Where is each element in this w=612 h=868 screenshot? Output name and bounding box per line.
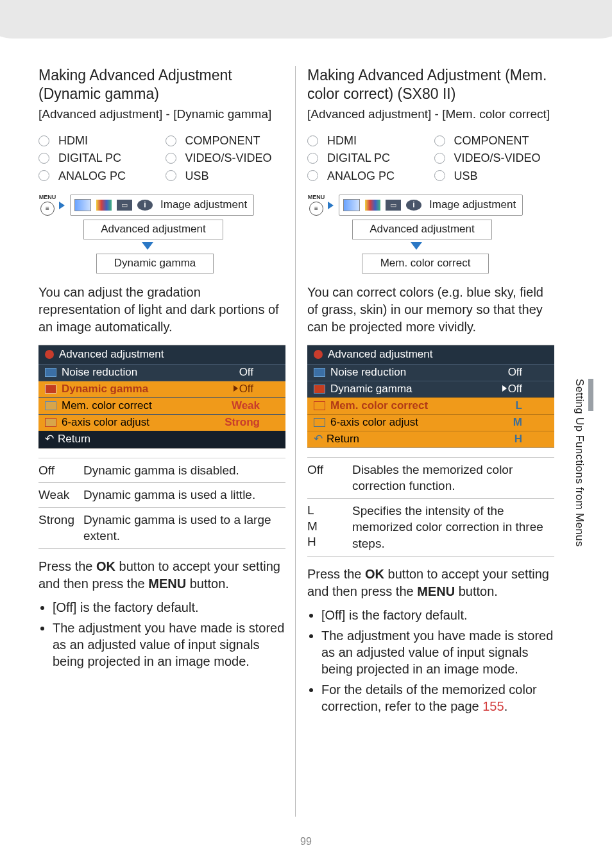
menu-item-label: 6-axis color adjust [330, 415, 418, 430]
def-val: Dynamic gamma is used to a large extent. [83, 512, 285, 544]
menu-item-icon [314, 368, 325, 377]
input-label: COMPONENT [185, 133, 260, 148]
def-key: Off [307, 462, 352, 494]
left-column: Making Advanced Adjustment (Dynamic gamm… [38, 66, 285, 817]
menu-item-icon [314, 401, 325, 410]
radio-icon [307, 170, 318, 181]
note-item: For the details of the memorized color c… [321, 681, 554, 715]
input-label: ANALOG PC [58, 168, 126, 184]
right-path: [Advanced adjustment] - [Mem. color corr… [307, 106, 554, 123]
def-val: Specifies the intensity of the memorized… [352, 503, 554, 552]
input-label: DIGITAL PC [327, 150, 390, 166]
chevron-right-icon [59, 202, 65, 209]
tab-icon: ▭ [117, 200, 132, 211]
tab-icon [74, 199, 91, 211]
menu-item-label: Dynamic gamma [62, 382, 148, 397]
menu-item-value: M [513, 415, 548, 430]
input-label: HDMI [327, 133, 357, 148]
info-icon: i [406, 200, 421, 211]
menu-item-icon [45, 368, 56, 377]
menu-item-label: Mem. color correct [62, 399, 152, 413]
input-label: ANALOG PC [327, 168, 395, 184]
def-val: Disables the memorized color correction … [352, 462, 554, 494]
radio-icon [38, 153, 49, 164]
radio-icon [38, 135, 49, 146]
menu-item-value: H [514, 432, 548, 447]
bullet-icon [45, 350, 54, 359]
radio-icon [166, 170, 176, 181]
radio-icon [307, 153, 318, 164]
left-menu-screenshot: Advanced adjustment Noise reductionOff D… [38, 345, 285, 449]
crumb-mid: Advanced adjustment [83, 220, 223, 239]
info-icon: i [137, 200, 153, 211]
input-label: VIDEO/S-VIDEO [454, 150, 541, 166]
input-label: HDMI [58, 133, 88, 148]
right-notes: [Off] is the factory default. The adjust… [307, 607, 554, 715]
return-icon: ↶ [45, 432, 54, 447]
menu-item-value: Off [502, 382, 548, 397]
radio-icon [166, 153, 176, 164]
left-path: [Advanced adjustment] - [Dynamic gamma] [38, 106, 285, 123]
def-key: Off [38, 462, 83, 479]
menu-icon: MENU≡ [307, 195, 325, 216]
menu-item-icon [314, 418, 325, 427]
chevron-right-icon [328, 202, 334, 209]
input-label: USB [185, 168, 209, 184]
page: Setting the Image Quality Setting Up Fun… [0, 0, 612, 868]
right-heading: Making Advanced Adjustment (Mem. color c… [307, 66, 554, 103]
menu-item-label: Return [327, 432, 359, 447]
menu-return: Return [58, 432, 90, 447]
note-item: [Off] is the factory default. [321, 607, 554, 623]
page-link[interactable]: 155 [482, 699, 504, 713]
crumb-mid: Advanced adjustment [352, 220, 492, 239]
play-icon [502, 385, 507, 392]
radio-icon [307, 135, 318, 146]
left-body: You can adjust the gradation representat… [38, 284, 285, 336]
def-key: Weak [38, 487, 83, 503]
menu-item-label: Noise reduction [330, 365, 406, 380]
radio-icon [38, 170, 49, 181]
def-val: Dynamic gamma is used a little. [83, 487, 255, 503]
note-item: The adjustment you have made is stored a… [53, 620, 285, 670]
crumb-top: Image adjustment [158, 198, 250, 213]
menu-item-value: Off [508, 365, 548, 380]
menu-title: Advanced adjustment [59, 347, 164, 362]
crumb-top: Image adjustment [427, 198, 518, 213]
tabstrip: ▭ i Image adjustment [339, 195, 523, 216]
menu-item-label: Mem. color correct [330, 399, 428, 413]
header-title: Setting the Image Quality [421, 37, 567, 53]
crumb-bottom: Mem. color correct [362, 254, 489, 273]
side-label: Setting Up Functions from Menus [572, 379, 586, 547]
radio-icon [434, 153, 445, 164]
input-label: VIDEO/S-VIDEO [185, 150, 272, 166]
menu-item-label: 6-axis color adjust [62, 415, 149, 430]
menu-item-value: L [516, 399, 548, 413]
play-icon [234, 385, 238, 392]
menu-item-icon [45, 385, 56, 394]
menu-item-icon [45, 418, 56, 427]
left-after: Press the OK button to accept your setti… [38, 558, 285, 593]
menu-item-label: Dynamic gamma [330, 382, 412, 397]
left-inputs: HDMI DIGITAL PC ANALOG PC COMPONENT VIDE… [38, 131, 285, 186]
tabstrip: ▭ i Image adjustment [70, 195, 254, 216]
tab-icon [96, 200, 112, 211]
chevron-down-icon [142, 242, 153, 250]
right-body: You can correct colors (e.g. blue sky, f… [307, 284, 554, 336]
left-crumbs: MENU≡ ▭ i Image adjustment Advanced adju… [38, 195, 285, 273]
radio-icon [434, 170, 445, 181]
side-indicator [588, 379, 593, 411]
input-label: COMPONENT [454, 133, 529, 148]
left-definitions: OffDynamic gamma is disabled. WeakDynami… [38, 458, 285, 550]
note-item: [Off] is the factory default. [53, 599, 285, 616]
tab-icon: ▭ [386, 200, 401, 211]
right-menu-screenshot: Advanced adjustment Noise reductionOff D… [307, 345, 554, 448]
chevron-down-icon [411, 242, 422, 250]
input-label: USB [454, 168, 478, 184]
left-heading: Making Advanced Adjustment (Dynamic gamm… [38, 66, 285, 103]
def-key: Strong [38, 512, 83, 544]
tab-icon [365, 200, 380, 211]
page-number: 99 [0, 835, 612, 849]
right-column: Making Advanced Adjustment (Mem. color c… [307, 66, 554, 817]
radio-icon [434, 135, 445, 146]
menu-item-value: Weak [232, 399, 279, 413]
